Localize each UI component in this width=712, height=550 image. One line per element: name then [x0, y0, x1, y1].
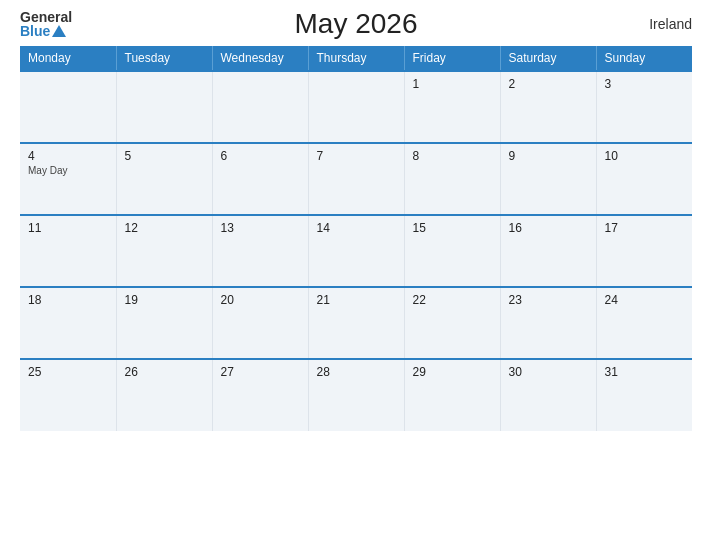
- calendar-cell: 6: [212, 143, 308, 215]
- calendar-cell: 15: [404, 215, 500, 287]
- calendar-cell: 27: [212, 359, 308, 431]
- calendar-cell: 16: [500, 215, 596, 287]
- calendar-cell: 2: [500, 71, 596, 143]
- calendar-week-row: 4May Day5678910: [20, 143, 692, 215]
- calendar-cell: 17: [596, 215, 692, 287]
- logo-blue-text: Blue: [20, 24, 50, 38]
- day-number: 7: [317, 149, 396, 163]
- day-number: 21: [317, 293, 396, 307]
- calendar-cell: 25: [20, 359, 116, 431]
- calendar-day-header: Sunday: [596, 46, 692, 71]
- day-number: 17: [605, 221, 685, 235]
- calendar-cell: 24: [596, 287, 692, 359]
- calendar-cell: 18: [20, 287, 116, 359]
- calendar-cell: 4May Day: [20, 143, 116, 215]
- day-number: 2: [509, 77, 588, 91]
- day-number: 28: [317, 365, 396, 379]
- logo-blue-row: Blue: [20, 24, 66, 38]
- day-number: 23: [509, 293, 588, 307]
- day-number: 4: [28, 149, 108, 163]
- calendar-cell: [308, 71, 404, 143]
- day-event: May Day: [28, 165, 67, 176]
- calendar-day-header: Saturday: [500, 46, 596, 71]
- day-number: 1: [413, 77, 492, 91]
- day-number: 31: [605, 365, 685, 379]
- calendar-cell: 8: [404, 143, 500, 215]
- day-number: 25: [28, 365, 108, 379]
- logo-general-text: General: [20, 10, 72, 24]
- calendar-day-header: Wednesday: [212, 46, 308, 71]
- calendar-cell: 19: [116, 287, 212, 359]
- calendar-cell: 29: [404, 359, 500, 431]
- day-number: 27: [221, 365, 300, 379]
- day-number: 24: [605, 293, 685, 307]
- calendar-cell: 1: [404, 71, 500, 143]
- day-number: 22: [413, 293, 492, 307]
- calendar-cell: 9: [500, 143, 596, 215]
- calendar-table: MondayTuesdayWednesdayThursdayFridaySatu…: [20, 46, 692, 431]
- day-number: 18: [28, 293, 108, 307]
- calendar-cell: 23: [500, 287, 596, 359]
- calendar-day-header: Monday: [20, 46, 116, 71]
- page-header: General Blue May 2026 Ireland: [20, 10, 692, 38]
- calendar-cell: 21: [308, 287, 404, 359]
- calendar-cell: 30: [500, 359, 596, 431]
- day-number: 19: [125, 293, 204, 307]
- calendar-cell: 31: [596, 359, 692, 431]
- day-number: 3: [605, 77, 685, 91]
- day-number: 30: [509, 365, 588, 379]
- day-number: 6: [221, 149, 300, 163]
- day-number: 12: [125, 221, 204, 235]
- day-number: 11: [28, 221, 108, 235]
- calendar-cell: [116, 71, 212, 143]
- calendar-cell: 22: [404, 287, 500, 359]
- calendar-week-row: 11121314151617: [20, 215, 692, 287]
- country-label: Ireland: [649, 16, 692, 32]
- day-number: 10: [605, 149, 685, 163]
- calendar-cell: 28: [308, 359, 404, 431]
- calendar-cell: 5: [116, 143, 212, 215]
- day-number: 13: [221, 221, 300, 235]
- day-number: 5: [125, 149, 204, 163]
- logo-triangle-icon: [52, 25, 66, 37]
- page-title: May 2026: [295, 8, 418, 40]
- day-number: 14: [317, 221, 396, 235]
- day-number: 8: [413, 149, 492, 163]
- calendar-day-header: Thursday: [308, 46, 404, 71]
- calendar-cell: 10: [596, 143, 692, 215]
- calendar-cell: 3: [596, 71, 692, 143]
- day-number: 26: [125, 365, 204, 379]
- day-number: 16: [509, 221, 588, 235]
- calendar-cell: 13: [212, 215, 308, 287]
- calendar-cell: [212, 71, 308, 143]
- calendar-week-row: 18192021222324: [20, 287, 692, 359]
- calendar-week-row: 25262728293031: [20, 359, 692, 431]
- calendar-cell: 20: [212, 287, 308, 359]
- day-number: 29: [413, 365, 492, 379]
- calendar-day-header: Friday: [404, 46, 500, 71]
- calendar-cell: 12: [116, 215, 212, 287]
- day-number: 15: [413, 221, 492, 235]
- day-number: 9: [509, 149, 588, 163]
- calendar-cell: 7: [308, 143, 404, 215]
- calendar-cell: 11: [20, 215, 116, 287]
- calendar-cell: [20, 71, 116, 143]
- calendar-week-row: 123: [20, 71, 692, 143]
- day-number: 20: [221, 293, 300, 307]
- calendar-cell: 26: [116, 359, 212, 431]
- calendar-cell: 14: [308, 215, 404, 287]
- logo: General Blue: [20, 10, 72, 38]
- calendar-day-header: Tuesday: [116, 46, 212, 71]
- calendar-header-row: MondayTuesdayWednesdayThursdayFridaySatu…: [20, 46, 692, 71]
